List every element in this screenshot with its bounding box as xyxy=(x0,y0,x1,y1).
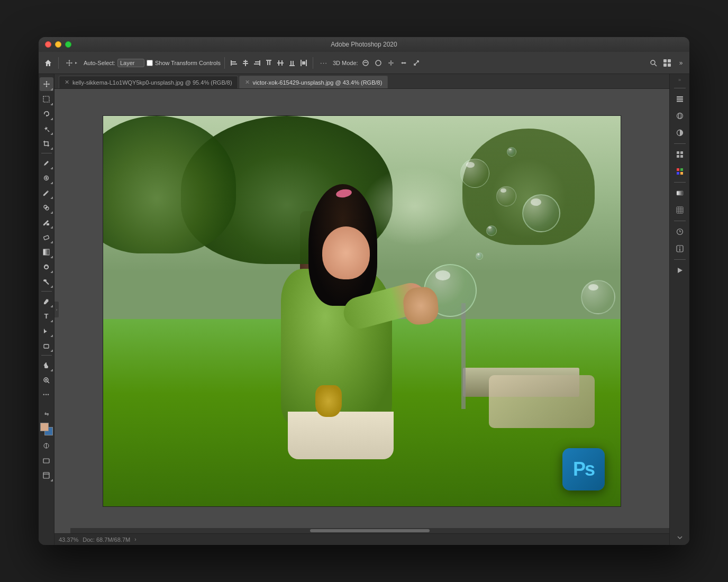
actions-panel-button[interactable] xyxy=(672,263,687,278)
expand-panels-icon[interactable]: » xyxy=(676,58,686,68)
show-transform-controls-wrap[interactable]: Show Transform Controls xyxy=(147,60,221,66)
bubble-top-right-1 xyxy=(460,159,489,188)
svg-rect-9 xyxy=(266,60,271,61)
3d-rotate-icon[interactable] xyxy=(360,58,371,68)
swap-colors-icon[interactable]: ⇆ xyxy=(40,407,53,421)
foreground-color-swatch[interactable] xyxy=(40,423,49,431)
tab-victor[interactable]: ✕ victor-xok-615429-unsplash.jpg @ 43.4%… xyxy=(239,76,388,88)
tool-lasso[interactable] xyxy=(40,107,53,121)
tool-hand[interactable] xyxy=(40,358,53,372)
3d-pan-icon[interactable] xyxy=(386,58,396,68)
right-panel-bottom xyxy=(670,533,689,542)
history-panel-button[interactable] xyxy=(672,224,687,239)
3d-roll-icon[interactable] xyxy=(373,58,384,68)
tool-shape[interactable] xyxy=(40,339,53,352)
tool-eyedropper[interactable] xyxy=(40,156,53,170)
skirt xyxy=(288,412,394,459)
right-panel-sep-3 xyxy=(674,221,686,221)
tool-submenu-indicator xyxy=(51,182,53,184)
tool-submenu-indicator xyxy=(51,212,53,214)
svg-rect-51 xyxy=(43,459,49,463)
right-panel-sep-0 xyxy=(674,88,686,88)
swatches-panel-button[interactable] xyxy=(672,164,687,179)
tool-healing[interactable] xyxy=(40,171,53,185)
horizontal-scrollbar[interactable] xyxy=(70,528,669,533)
canvas-content[interactable]: Ps xyxy=(54,89,669,533)
tool-zoom[interactable] xyxy=(40,373,53,387)
tool-path-selection[interactable] xyxy=(40,324,53,338)
tool-crop[interactable] xyxy=(40,137,53,150)
right-panel-sep-1 xyxy=(674,143,686,144)
tool-pen[interactable] xyxy=(40,294,53,308)
more-options-button[interactable]: ··· xyxy=(317,56,331,70)
tool-brush[interactable] xyxy=(40,186,53,199)
svg-rect-5 xyxy=(243,63,248,64)
3d-slide-icon[interactable] xyxy=(398,58,409,68)
tool-gradient[interactable] xyxy=(40,245,53,259)
tool-submenu-indicator xyxy=(51,256,53,258)
home-button[interactable] xyxy=(42,57,54,69)
scroll-thumb-h[interactable] xyxy=(310,529,430,532)
svg-point-23 xyxy=(651,60,655,65)
svg-line-30 xyxy=(48,130,49,132)
layers-panel-button[interactable] xyxy=(672,92,687,106)
info-panel-button[interactable] xyxy=(672,241,687,256)
tool-eraser[interactable] xyxy=(40,230,53,244)
tool-submenu-indicator xyxy=(51,479,53,481)
svg-rect-60 xyxy=(677,151,679,154)
align-center-v-icon[interactable] xyxy=(275,58,286,68)
tab-victor-close[interactable]: ✕ xyxy=(245,79,250,86)
left-panel-expand[interactable]: › xyxy=(54,302,59,317)
svg-rect-11 xyxy=(269,61,270,65)
close-button[interactable] xyxy=(45,41,51,48)
color-swatch-pair[interactable] xyxy=(40,423,53,435)
tab-kelly-close[interactable]: ✕ xyxy=(65,79,69,86)
align-icons xyxy=(229,58,309,68)
patterns-panel-button[interactable] xyxy=(672,203,687,217)
tool-dodge[interactable] xyxy=(40,275,53,288)
align-top-icon[interactable] xyxy=(263,58,274,68)
tool-move[interactable] xyxy=(40,77,53,91)
properties-panel-button[interactable] xyxy=(672,147,687,162)
show-transform-controls-checkbox[interactable] xyxy=(147,60,153,66)
channels-panel-button[interactable] xyxy=(672,108,687,123)
tool-magic-wand[interactable] xyxy=(40,122,53,135)
tab-kelly-label: kelly-sikkema-L1o1WQY5kp0-unsplash.jpg @… xyxy=(72,79,232,86)
quick-mask-button[interactable] xyxy=(40,439,53,452)
svg-rect-14 xyxy=(281,60,283,66)
align-bottom-icon[interactable] xyxy=(287,58,297,68)
search-icon[interactable] xyxy=(648,58,659,68)
svg-rect-2 xyxy=(232,63,237,65)
more-options-icon: ··· xyxy=(320,59,327,67)
tool-history[interactable] xyxy=(40,215,53,229)
move-tool-options[interactable] xyxy=(62,56,81,70)
screen-mode-full-button[interactable] xyxy=(40,468,53,482)
tool-more[interactable]: ••• xyxy=(40,388,53,402)
svg-rect-64 xyxy=(677,168,679,171)
tool-blur[interactable] xyxy=(40,260,53,274)
align-center-h-icon[interactable] xyxy=(240,58,251,68)
tab-kelly[interactable]: ✕ kelly-sikkema-L1o1WQY5kp0-unsplash.jpg… xyxy=(59,76,238,88)
status-arrow[interactable]: › xyxy=(134,536,136,542)
gradients-panel-button[interactable] xyxy=(672,186,687,201)
3d-scale-icon[interactable] xyxy=(411,58,422,68)
auto-select-dropdown[interactable]: Layer Group xyxy=(117,59,144,67)
distribute-icon[interactable] xyxy=(298,58,309,68)
svg-rect-55 xyxy=(677,98,683,100)
svg-rect-52 xyxy=(43,472,49,478)
minimize-button[interactable] xyxy=(55,41,61,48)
traffic-lights xyxy=(45,41,71,48)
workspace-switcher-icon[interactable] xyxy=(662,58,672,68)
screen-mode-button[interactable] xyxy=(40,453,53,467)
right-panel-sep-4 xyxy=(674,259,686,260)
doc-size: Doc: 68.7M/68.7M xyxy=(83,536,130,543)
tool-clone[interactable] xyxy=(40,201,53,214)
align-left-icon[interactable] xyxy=(229,58,239,68)
adjustments-panel-button[interactable] xyxy=(672,125,687,140)
maximize-button[interactable] xyxy=(65,41,71,48)
tool-marquee[interactable] xyxy=(40,92,53,106)
tool-type[interactable]: T xyxy=(40,309,53,323)
align-right-icon[interactable] xyxy=(252,58,262,68)
child-face xyxy=(322,226,370,279)
svg-rect-70 xyxy=(677,207,683,213)
